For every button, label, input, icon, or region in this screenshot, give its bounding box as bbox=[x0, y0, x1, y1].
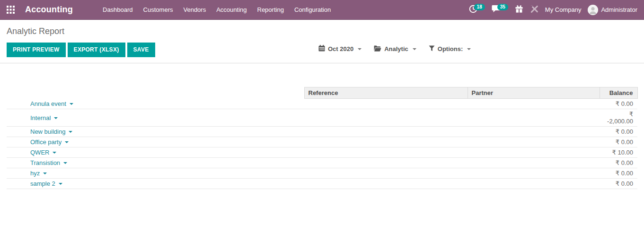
reference-cell bbox=[304, 127, 468, 137]
chevron-down-icon bbox=[358, 48, 362, 50]
company-name: My Company bbox=[545, 6, 582, 13]
account-name: New building bbox=[30, 128, 65, 135]
gift-button[interactable] bbox=[515, 5, 523, 15]
chevron-down-icon bbox=[53, 152, 56, 154]
account-name: Internal bbox=[30, 114, 51, 121]
messages-button[interactable]: 35 bbox=[492, 5, 508, 15]
account-name: Annula event bbox=[30, 100, 66, 107]
chevron-down-icon bbox=[69, 131, 72, 133]
partner-cell bbox=[468, 168, 600, 179]
user-name: Administrator bbox=[601, 6, 637, 13]
filter-funnel-icon bbox=[429, 45, 435, 53]
chevron-down-icon bbox=[65, 141, 69, 143]
account-name: sample 2 bbox=[30, 180, 55, 187]
account-name: Transistion bbox=[30, 159, 60, 166]
chevron-down-icon bbox=[70, 103, 73, 105]
date-filter-label: Oct 2020 bbox=[328, 45, 353, 52]
header-reference: Reference bbox=[304, 87, 468, 99]
options-filter[interactable]: Options: bbox=[429, 45, 471, 53]
analytic-account-link[interactable]: Internal bbox=[30, 114, 58, 121]
calendar-icon bbox=[318, 45, 325, 53]
export-xlsx-button[interactable]: EXPORT (XLSX) bbox=[68, 43, 125, 57]
apps-grid-icon[interactable] bbox=[7, 6, 15, 14]
print-preview-button[interactable]: PRINT PREVIEW bbox=[7, 43, 66, 57]
balance-cell: ₹ 10.00 bbox=[600, 147, 637, 158]
reference-cell bbox=[304, 99, 468, 109]
systray: 18 35 bbox=[469, 5, 644, 15]
menu-reporting[interactable]: Reporting bbox=[252, 0, 289, 19]
table-row: Annula event ₹ 0.00 bbox=[7, 99, 637, 109]
control-panel: Analytic Report PRINT PREVIEW EXPORT (XL… bbox=[0, 20, 644, 63]
partner-cell bbox=[468, 137, 600, 147]
partner-cell bbox=[468, 158, 600, 168]
table-row: sample 2 ₹ 0.00 bbox=[7, 179, 637, 189]
analytic-account-link[interactable]: Transistion bbox=[30, 159, 67, 166]
table-header-row: Reference Partner Balance bbox=[7, 87, 637, 99]
avatar bbox=[588, 5, 598, 15]
analytic-account-link[interactable]: Office party bbox=[30, 138, 69, 146]
balance-cell: ₹ 0.00 bbox=[600, 179, 637, 189]
analytic-report-table: Reference Partner Balance Annula event ₹… bbox=[7, 87, 638, 189]
page-title: Analytic Report bbox=[7, 26, 637, 36]
activity-count-badge: 18 bbox=[474, 4, 485, 10]
menu-dashboard[interactable]: Dashboard bbox=[97, 0, 138, 19]
chevron-down-icon bbox=[467, 48, 471, 50]
save-button[interactable]: SAVE bbox=[127, 43, 155, 57]
menu-customers[interactable]: Customers bbox=[138, 0, 178, 19]
analytic-filter[interactable]: Analytic bbox=[374, 45, 416, 53]
header-balance: Balance bbox=[600, 87, 637, 99]
chevron-down-icon bbox=[59, 183, 62, 185]
balance-cell: ₹ 0.00 bbox=[600, 137, 637, 147]
reference-cell bbox=[304, 137, 468, 147]
reference-cell bbox=[304, 109, 468, 127]
table-row: Internal ₹ -2,000.00 bbox=[7, 109, 637, 127]
crossed-tools-icon bbox=[530, 5, 538, 15]
options-filter-label: Options: bbox=[438, 45, 463, 52]
app-name[interactable]: Accounting bbox=[25, 5, 73, 15]
analytic-account-link[interactable]: sample 2 bbox=[30, 180, 62, 187]
balance-cell: ₹ 0.00 bbox=[600, 99, 637, 109]
reference-cell bbox=[304, 168, 468, 179]
balance-cell: ₹ 0.00 bbox=[600, 168, 637, 179]
table-row: hyz ₹ 0.00 bbox=[7, 168, 637, 179]
header-name bbox=[7, 87, 304, 99]
partner-cell bbox=[468, 109, 600, 127]
gift-icon bbox=[515, 5, 523, 15]
menu-configuration[interactable]: Configuration bbox=[289, 0, 336, 19]
partner-cell bbox=[468, 99, 600, 109]
message-count-badge: 35 bbox=[497, 4, 508, 10]
analytic-account-link[interactable]: QWER bbox=[30, 149, 56, 156]
chevron-down-icon bbox=[413, 48, 416, 50]
partner-cell bbox=[468, 127, 600, 137]
account-name: hyz bbox=[30, 170, 40, 177]
partner-cell bbox=[468, 147, 600, 158]
table-row: Office party ₹ 0.00 bbox=[7, 137, 637, 147]
reference-cell bbox=[304, 147, 468, 158]
table-row: Transistion ₹ 0.00 bbox=[7, 158, 637, 168]
balance-cell: ₹ 0.00 bbox=[600, 127, 637, 137]
company-switcher[interactable]: My Company bbox=[545, 6, 582, 13]
table-row: New building ₹ 0.00 bbox=[7, 127, 637, 137]
folder-open-icon bbox=[374, 45, 381, 53]
date-filter[interactable]: Oct 2020 bbox=[318, 45, 362, 53]
reference-cell bbox=[304, 158, 468, 168]
report-filters: Oct 2020 Analytic Options: bbox=[318, 42, 471, 56]
activities-button[interactable]: 18 bbox=[469, 5, 485, 15]
menu-accounting[interactable]: Accounting bbox=[211, 0, 252, 19]
top-navbar: Accounting Dashboard Customers Vendors A… bbox=[0, 0, 644, 20]
user-menu[interactable]: Administrator bbox=[588, 5, 637, 15]
support-tools-button[interactable] bbox=[530, 5, 538, 15]
partner-cell bbox=[468, 179, 600, 189]
main-menu: Dashboard Customers Vendors Accounting R… bbox=[97, 0, 336, 19]
balance-cell: ₹ 0.00 bbox=[600, 158, 637, 168]
analytic-account-link[interactable]: New building bbox=[30, 128, 72, 135]
table-row: QWER ₹ 10.00 bbox=[7, 147, 637, 158]
menu-vendors[interactable]: Vendors bbox=[178, 0, 211, 19]
analytic-account-link[interactable]: hyz bbox=[30, 170, 47, 177]
reference-cell bbox=[304, 179, 468, 189]
analytic-account-link[interactable]: Annula event bbox=[30, 100, 73, 107]
chevron-down-icon bbox=[43, 173, 47, 174]
header-partner: Partner bbox=[468, 87, 600, 99]
balance-cell: ₹ -2,000.00 bbox=[600, 109, 637, 127]
chevron-down-icon bbox=[54, 117, 58, 119]
